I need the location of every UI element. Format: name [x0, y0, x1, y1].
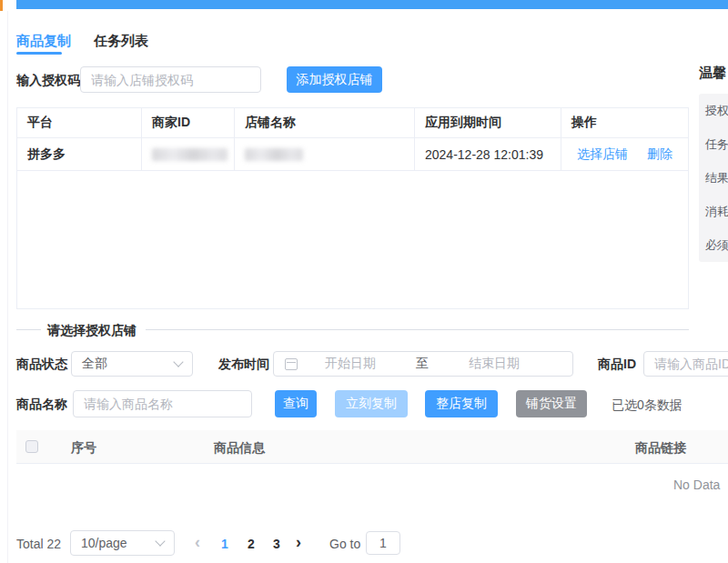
col-expire-time: 应用到期时间	[415, 108, 561, 137]
tips-item: 结果	[699, 161, 728, 195]
page-number-2[interactable]: 2	[248, 537, 255, 551]
cell-platform: 拼多多	[17, 138, 142, 170]
cell-expire-time: 2024-12-28 12:01:39	[415, 138, 561, 170]
select-all-checkbox[interactable]	[25, 440, 38, 453]
authorized-shops-table: 平台 商家ID 店铺名称 应用到期时间 操作 拼多多 2024-12-28 12…	[16, 107, 689, 309]
cell-merchant-id-redacted	[142, 138, 235, 170]
next-page-arrow[interactable]: ›	[296, 534, 301, 550]
redacted-text	[152, 148, 228, 161]
top-blue-bar	[16, 0, 728, 9]
goto-page-input[interactable]	[366, 531, 400, 555]
goods-table-header: 序号 商品信息 商品链接	[16, 430, 728, 464]
redacted-text	[245, 148, 303, 161]
page-size-value: 10/page	[81, 536, 127, 550]
cell-shop-name-redacted	[235, 138, 415, 170]
status-value: 全部	[82, 356, 107, 372]
col-product-link: 商品链接	[635, 440, 686, 457]
chevron-down-icon	[155, 536, 165, 546]
page-left-border	[7, 11, 8, 563]
divider-line-left	[16, 329, 41, 330]
delete-link[interactable]: 删除	[647, 146, 672, 163]
col-shop-name: 店铺名称	[235, 108, 415, 137]
selected-count-text: 已选0条数据	[612, 397, 682, 414]
cell-actions: 选择店铺 删除	[561, 138, 688, 170]
page-number-3[interactable]: 3	[273, 537, 280, 551]
col-product-info: 商品信息	[214, 440, 265, 457]
copy-now-button[interactable]: 立刻复制	[335, 390, 408, 417]
product-id-label: 商品ID	[598, 357, 636, 373]
left-orange-accent	[0, 0, 3, 11]
col-platform: 平台	[17, 108, 142, 137]
tips-item: 消耗	[699, 195, 728, 228]
product-id-input[interactable]	[643, 351, 728, 377]
tips-title: 温馨	[699, 65, 726, 82]
chevron-down-icon	[173, 357, 183, 367]
select-shop-link[interactable]: 选择店铺	[577, 146, 628, 163]
pagination-total: Total 22	[16, 537, 61, 551]
table-row: 拼多多 2024-12-28 12:01:39 选择店铺 删除	[17, 137, 688, 171]
col-merchant-id: 商家ID	[142, 108, 235, 137]
status-select[interactable]: 全部	[71, 351, 193, 377]
calendar-icon	[285, 358, 298, 370]
tips-panel: 授权 任务 结果 消耗 必须	[699, 94, 728, 262]
distribution-settings-button[interactable]: 铺货设置	[516, 390, 587, 417]
auth-code-label: 输入授权码	[16, 73, 80, 89]
empty-state-text: No Data	[673, 478, 720, 492]
divider-line-right	[146, 329, 689, 330]
end-date-placeholder[interactable]: 结束日期	[469, 356, 520, 372]
tips-item: 授权	[699, 94, 728, 127]
tab-product-copy[interactable]: 商品复制	[16, 33, 71, 50]
date-range-picker[interactable]: 开始日期 至 结束日期	[273, 351, 573, 377]
page-size-select[interactable]: 10/page	[70, 530, 175, 556]
query-button[interactable]: 查询	[275, 390, 317, 417]
shops-table-header: 平台 商家ID 店铺名称 应用到期时间 操作	[17, 108, 688, 137]
publish-time-label: 发布时间	[218, 357, 269, 373]
col-index: 序号	[71, 440, 96, 457]
status-label: 商品状态	[16, 357, 67, 373]
section-title: 请选择授权店铺	[47, 323, 136, 339]
active-tab-underline	[16, 52, 62, 55]
copy-whole-store-button[interactable]: 整店复制	[425, 390, 498, 417]
page-number-1[interactable]: 1	[221, 537, 228, 551]
goto-label: Go to	[329, 537, 360, 551]
tab-task-list[interactable]: 任务列表	[94, 33, 148, 50]
app-window: 商品复制 任务列表 输入授权码 添加授权店铺 温馨 授权 任务 结果 消耗 必须…	[0, 0, 728, 563]
add-shop-button[interactable]: 添加授权店铺	[287, 66, 382, 93]
auth-code-input[interactable]	[80, 66, 261, 93]
product-name-input[interactable]	[73, 390, 252, 417]
col-actions: 操作	[561, 108, 688, 137]
product-name-label: 商品名称	[16, 397, 67, 413]
start-date-placeholder[interactable]: 开始日期	[325, 356, 376, 372]
date-range-separator: 至	[416, 356, 429, 372]
prev-page-arrow[interactable]: ‹	[195, 534, 200, 550]
tips-item: 任务	[699, 127, 728, 161]
tips-item: 必须	[699, 228, 728, 262]
